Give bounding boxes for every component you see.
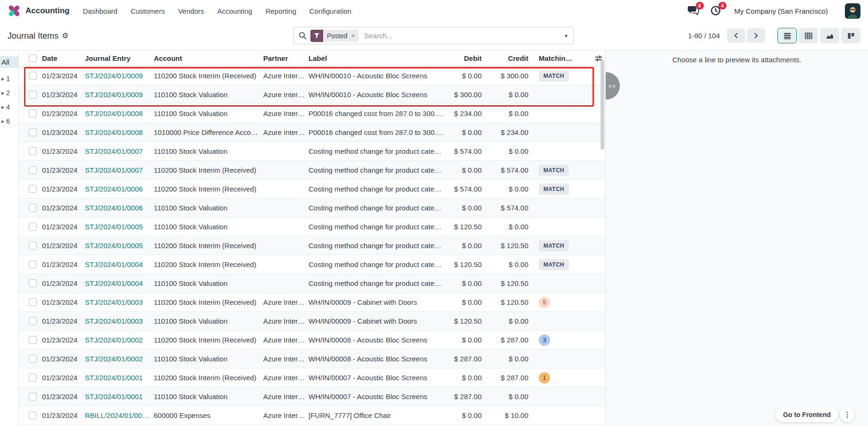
table-row[interactable]: 01/23/2024STJ/2024/01/0009110200 Stock I… [19,67,605,85]
table-row[interactable]: 01/23/2024RBILL/2024/01/00…600000 Expens… [19,406,605,425]
search-dropdown-caret-icon[interactable]: ▾ [564,33,568,39]
row-checkbox[interactable] [29,242,37,250]
view-settings-gear-icon[interactable]: ⚙ [62,32,68,40]
matching-count-badge[interactable]: 5 [539,297,550,308]
row-checkbox[interactable] [29,166,37,174]
graph-view-button[interactable] [820,28,839,43]
search-facet-posted[interactable]: Posted × [310,30,359,42]
table-row[interactable]: 01/23/2024STJ/2024/01/0007110100 Stock V… [19,142,605,161]
messages-icon[interactable]: 6 [687,5,700,17]
sidebar-group-4[interactable]: ▶4 [0,100,18,114]
sidebar-group-6[interactable]: ▶6 [0,114,18,128]
app-name[interactable]: Accounting [25,6,70,16]
table-row[interactable]: 01/23/2024STJ/2024/01/0005110200 Stock I… [19,236,605,255]
journal-entry-link[interactable]: STJ/2024/01/0009 [85,72,143,80]
row-checkbox[interactable] [29,147,37,155]
journal-entry-link[interactable]: RBILL/2024/01/00… [85,411,149,419]
col-partner[interactable]: Partner [263,54,309,62]
row-checkbox[interactable] [29,109,37,117]
row-checkbox[interactable] [29,355,37,363]
table-row[interactable]: 01/23/2024STJ/2024/01/0001110200 Stock I… [19,368,605,387]
table-row[interactable]: 01/23/2024STJ/2024/01/0001110100 Stock V… [19,387,605,406]
col-debit[interactable]: Debit [448,54,490,62]
col-credit[interactable]: Credit [490,54,535,62]
col-date[interactable]: Date [40,54,85,62]
journal-entry-link[interactable]: STJ/2024/01/0002 [85,355,143,363]
row-checkbox[interactable] [29,279,37,287]
select-all-checkbox[interactable] [29,54,37,62]
row-checkbox[interactable] [29,411,37,419]
match-button[interactable]: MATCH [539,259,569,270]
journal-entry-link[interactable]: STJ/2024/01/0006 [85,185,143,193]
vertical-scrollbar[interactable] [601,60,604,150]
row-checkbox[interactable] [29,374,37,382]
row-checkbox[interactable] [29,317,37,325]
pivot-view-button[interactable] [799,28,818,43]
kanban-view-button[interactable] [841,28,860,43]
table-row[interactable]: 01/23/2024STJ/2024/01/0002110100 Stock V… [19,350,605,368]
table-row[interactable]: 01/23/2024STJ/2024/01/0004110200 Stock I… [19,255,605,274]
pager-next-button[interactable] [747,28,765,43]
sidebar-group-2[interactable]: ▶2 [0,86,18,100]
journal-entry-link[interactable]: STJ/2024/01/0004 [85,260,143,268]
journal-entry-link[interactable]: STJ/2024/01/0005 [85,223,143,231]
activities-icon[interactable]: 4 [710,5,722,17]
kebab-menu-icon[interactable]: ⋮ [840,407,855,422]
nav-menu-accounting[interactable]: Accounting [217,7,252,15]
row-checkbox[interactable] [29,298,37,306]
nav-menu-vendors[interactable]: Vendors [178,7,204,15]
col-account[interactable]: Account [154,54,263,62]
match-button[interactable]: MATCH [539,165,569,176]
row-checkbox[interactable] [29,185,37,193]
table-row[interactable]: 01/23/2024STJ/2024/01/0009110100 Stock V… [19,85,605,104]
matching-count-badge[interactable]: 1 [539,372,550,384]
journal-entry-link[interactable]: STJ/2024/01/0008 [85,128,143,136]
table-row[interactable]: 01/23/2024STJ/2024/01/00081010000 Price … [19,123,605,142]
table-row[interactable]: 01/23/2024STJ/2024/01/0007110200 Stock I… [19,161,605,180]
row-checkbox[interactable] [29,91,37,99]
company-switcher[interactable]: My Company (San Francisco) [734,7,828,15]
match-button[interactable]: MATCH [539,240,569,251]
row-checkbox[interactable] [29,393,37,401]
journal-entry-link[interactable]: STJ/2024/01/0007 [85,147,143,155]
table-row[interactable]: 01/23/2024STJ/2024/01/0004110100 Stock V… [19,274,605,293]
row-checkbox[interactable] [29,72,37,80]
table-row[interactable]: 01/23/2024STJ/2024/01/0006110200 Stock I… [19,180,605,199]
match-button[interactable]: MATCH [539,184,569,195]
journal-entry-link[interactable]: STJ/2024/01/0007 [85,166,143,174]
odoo-app-logo-icon[interactable] [7,3,22,18]
row-checkbox[interactable] [29,223,37,231]
col-matching[interactable]: Matchin… [535,54,586,62]
row-checkbox[interactable] [29,204,37,212]
col-journal-entry[interactable]: Journal Entry [85,54,154,62]
table-row[interactable]: 01/23/2024STJ/2024/01/0003110100 Stock V… [19,312,605,331]
table-row[interactable]: 01/23/2024STJ/2024/01/0008110100 Stock V… [19,104,605,123]
search-input[interactable] [363,31,564,40]
matching-count-badge[interactable]: 3 [539,334,550,346]
row-checkbox[interactable] [29,260,37,268]
nav-menu-dashboard[interactable]: Dashboard [83,7,117,15]
table-row[interactable]: 01/23/2024STJ/2024/01/0005110100 Stock V… [19,217,605,236]
match-button[interactable]: MATCH [539,70,569,82]
nav-menu-reporting[interactable]: Reporting [266,7,296,15]
sidebar-item-all[interactable]: All [0,56,18,68]
attachment-panel-toggle-button[interactable]: >> [606,72,620,100]
journal-entry-link[interactable]: STJ/2024/01/0009 [85,91,143,99]
journal-entry-link[interactable]: STJ/2024/01/0001 [85,374,143,382]
journal-entry-link[interactable]: STJ/2024/01/0006 [85,204,143,212]
journal-entry-link[interactable]: STJ/2024/01/0008 [85,109,143,117]
table-row[interactable]: 01/23/2024STJ/2024/01/0006110100 Stock V… [19,199,605,217]
nav-menu-configuration[interactable]: Configuration [309,7,351,15]
go-to-frontend-button[interactable]: Go to Frontend [776,407,838,422]
search-bar[interactable]: Posted × ▾ [293,27,574,44]
journal-entry-link[interactable]: STJ/2024/01/0005 [85,242,143,250]
table-row[interactable]: 01/23/2024STJ/2024/01/0003110200 Stock I… [19,293,605,312]
journal-entry-link[interactable]: STJ/2024/01/0003 [85,317,143,325]
facet-remove-icon[interactable]: × [351,30,359,42]
list-view-button[interactable] [777,28,797,43]
table-row[interactable]: 01/23/2024STJ/2024/01/0002110200 Stock I… [19,331,605,350]
row-checkbox[interactable] [29,128,37,136]
col-label[interactable]: Label [309,54,448,62]
journal-entry-link[interactable]: STJ/2024/01/0004 [85,279,143,287]
nav-menu-customers[interactable]: Customers [131,7,165,15]
